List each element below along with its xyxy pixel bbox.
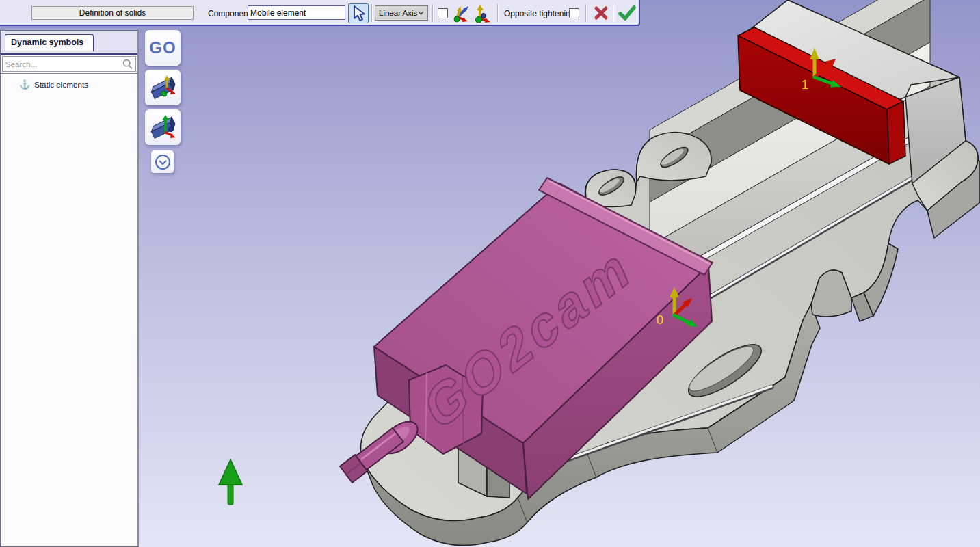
green-arrow-marker <box>219 459 242 505</box>
axis-marker-0-label: 0 <box>657 313 663 327</box>
tree-item-static-elements[interactable]: ⚓ Static elements <box>1 79 137 90</box>
axis-tripod-icon <box>473 3 492 23</box>
symbol-block-button-2[interactable] <box>145 109 181 145</box>
confirm-button[interactable] <box>617 3 637 23</box>
opposite-tightening-label: Opposite tightening <box>504 9 574 18</box>
toolbar-separator <box>371 4 372 22</box>
search-input[interactable] <box>3 59 122 69</box>
cancel-x-icon <box>593 5 609 21</box>
component-label: Component <box>208 9 250 18</box>
go-logo-button[interactable]: GO <box>145 30 181 66</box>
confirm-check-icon <box>618 5 637 21</box>
go2cam-window: GO2cam 0 1 <box>0 0 980 547</box>
symbol-block-icon <box>148 72 178 103</box>
go-logo: GO <box>149 38 176 57</box>
expand-tools-button[interactable] <box>151 150 174 173</box>
search-box <box>2 56 136 72</box>
opposite-tightening-checkbox[interactable] <box>569 8 579 18</box>
toolbar-separator <box>432 4 433 22</box>
axis-tripod-button[interactable] <box>472 3 492 23</box>
symbol-block-alt-icon <box>148 112 178 142</box>
cancel-button[interactable] <box>591 3 611 23</box>
search-icon <box>122 59 133 69</box>
component-input[interactable] <box>248 5 345 20</box>
axis-type-dropdown[interactable]: Linear Axis <box>375 5 428 21</box>
tab-dynamic-symbols[interactable]: Dynamic symbols <box>5 34 94 51</box>
symbols-panel: Dynamic symbols ⚓ Static elements <box>0 30 139 547</box>
definition-title: Definition of solids <box>31 6 194 20</box>
symbol-block-button-1[interactable] <box>145 70 181 105</box>
top-toolbar: Definition of solids Component Linear Ax… <box>0 0 640 26</box>
chevron-down-icon <box>418 11 424 15</box>
anchor-icon: ⚓ <box>19 80 30 89</box>
toolbar-separator <box>497 4 498 22</box>
panel-header: Dynamic symbols <box>1 31 137 55</box>
cursor-arrow-icon <box>351 5 366 22</box>
chevron-down-circle-icon <box>154 153 172 171</box>
axis-direction-button[interactable] <box>451 3 471 23</box>
select-tool-button[interactable] <box>348 3 369 23</box>
tree-item-label: Static elements <box>34 81 88 89</box>
axis-marker-1-label: 1 <box>802 78 808 92</box>
toolbar-separator <box>613 4 613 22</box>
axis-type-value: Linear Axis <box>379 9 417 17</box>
toolbar-separator <box>585 4 586 22</box>
axis-direction-icon <box>451 3 471 23</box>
axis-checkbox[interactable] <box>438 8 448 18</box>
symbols-tree: ⚓ Static elements <box>1 73 137 90</box>
